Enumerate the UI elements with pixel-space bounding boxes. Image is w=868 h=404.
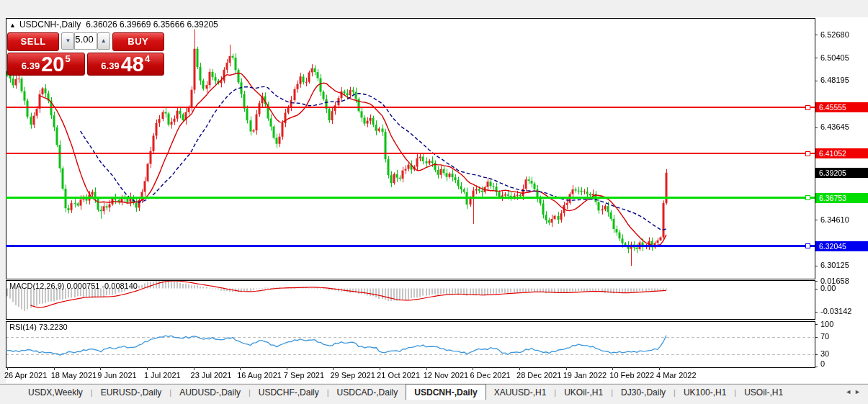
date-axis-label: 29 Sep 2021 (330, 371, 375, 380)
date-axis-label: 10 Feb 2022 (609, 371, 654, 380)
chart-title: ▲USDCNH-,Daily6.36026 6.39669 6.35666 6.… (9, 19, 218, 30)
buy-price-sup: 4 (145, 53, 150, 64)
chart-tab-usoil-h1[interactable]: USOil-,H1 (736, 385, 791, 400)
chart-tab-eurusd-daily[interactable]: EURUSD-,Daily (93, 385, 170, 400)
chart-tab-usdx-weekly[interactable]: USDX,Weekly (20, 385, 91, 400)
current-price-badge: 6.39205 (815, 168, 868, 178)
macd-axis-label: 0.00 (820, 284, 836, 292)
date-axis-label: 4 Mar 2022 (656, 371, 697, 380)
chart-symbol-period: USDCNH-,Daily (19, 19, 81, 30)
chart-tab-usdcnh-daily[interactable]: USDCNH-,Daily (406, 384, 486, 400)
rsi-axis-label: 100 (820, 320, 833, 328)
chart-marker-icon: ▲ (9, 22, 16, 29)
date-axis-label: 18 May 2021 (51, 371, 97, 380)
price-axis-label: 6.48195 (820, 76, 849, 84)
sell-button[interactable]: SELL (7, 32, 59, 51)
chart-tab-audusd-daily[interactable]: AUDUSD-,Daily (171, 385, 249, 400)
buy-price-prefix: 6.39 (101, 60, 119, 71)
sell-price-prefix: 6.39 (22, 60, 40, 71)
buy-price-big: 48 (121, 55, 144, 73)
date-axis-label: 21 Oct 2021 (377, 371, 420, 380)
horizontal-line-6.45555[interactable] (6, 107, 815, 108)
buy-price-panel[interactable]: 6.39484 (87, 53, 165, 76)
date-axis-label: 19 Jan 2022 (563, 371, 607, 380)
date-axis-label: 1 Jul 2021 (144, 371, 181, 380)
price-line-badge-6.41052: 6.41052 (815, 148, 868, 158)
date-axis-label: 12 Nov 2021 (424, 371, 468, 380)
sell-price-big: 20 (41, 55, 64, 73)
volume-increase-icon[interactable]: ▲ (97, 32, 110, 50)
tab-scroll-left-icon[interactable]: ◄ (845, 388, 854, 395)
volume-decrease-icon[interactable]: ▼ (61, 32, 74, 50)
price-axis-label: 6.43645 (820, 122, 849, 131)
date-axis-label: 28 Dec 2021 (516, 371, 561, 380)
line-handle-icon[interactable] (805, 195, 810, 200)
chart-tab-bar: USDX,Weekly|EURUSD-,Daily|AUDUSD-,Daily|… (0, 384, 868, 400)
rsi-indicator-label: RSI(14) 73.2230 (9, 323, 68, 331)
price-axis-label: 6.34610 (820, 215, 849, 224)
price-axis-label: 6.50405 (820, 53, 849, 62)
tab-scroll-arrows: ◄► (845, 388, 864, 395)
date-axis-label: 16 Aug 2021 (237, 371, 282, 380)
buy-button[interactable]: BUY (112, 32, 164, 51)
volume-stepper: ▼ 5.00 ▲ (61, 32, 109, 50)
horizontal-line-6.32045[interactable] (6, 245, 815, 247)
rsi-axis-label: 30 (820, 349, 829, 358)
line-handle-icon[interactable] (805, 243, 810, 248)
macd-axis-label: -0.03142 (820, 307, 851, 315)
price-line-badge-6.32045: 6.32045 (815, 241, 868, 251)
price-axis-label: 6.30125 (820, 261, 849, 269)
date-axis-label: 23 Jul 2021 (191, 371, 232, 380)
tab-scroll-right-icon[interactable]: ► (854, 388, 864, 395)
chart-tab-dj30-daily[interactable]: DJ30-,Daily (613, 385, 674, 400)
chart-ohlc-values: 6.36026 6.39669 6.35666 6.39205 (86, 19, 218, 30)
line-handle-icon[interactable] (805, 151, 810, 156)
chart-tab-usdchf-daily[interactable]: USDCHF-,Daily (251, 385, 327, 400)
chart-tab-uk100-h1[interactable]: UK100-,H1 (676, 385, 734, 400)
macd-indicator-label: MACD(12,26,9) 0.000751 -0.008140 (9, 282, 138, 290)
volume-input[interactable]: 5.00 (74, 32, 97, 50)
date-axis-label: 6 Dec 2021 (470, 371, 510, 380)
line-handle-icon[interactable] (805, 105, 810, 110)
price-axis-label: 6.52680 (820, 30, 849, 39)
horizontal-line-6.36753[interactable] (6, 197, 815, 199)
date-axis-label: 9 Jun 2021 (97, 371, 136, 380)
chart-tab-xauusd-h1[interactable]: XAUUSD-,H1 (486, 385, 555, 400)
rsi-axis-label: 0 (820, 359, 825, 368)
price-line-badge-6.36753: 6.36753 (815, 193, 868, 203)
price-line-badge-6.45555: 6.45555 (815, 102, 868, 112)
chart-tab-usdcad-daily[interactable]: USDCAD-,Daily (329, 385, 406, 400)
date-axis-label: 26 Apr 2021 (4, 371, 47, 380)
chart-tab-ukoil-h1[interactable]: UKOil-,H1 (556, 385, 611, 400)
sell-price-panel[interactable]: 6.39205 (7, 53, 85, 76)
sell-price-sup: 5 (65, 53, 70, 64)
rsi-axis-label: 70 (820, 332, 829, 341)
one-click-trading-widget: SELL ▼ 5.00 ▲ BUY 6.39205 6.39484 (7, 32, 164, 76)
horizontal-line-6.41052[interactable] (6, 153, 815, 154)
date-axis-label: 7 Sep 2021 (284, 371, 324, 380)
